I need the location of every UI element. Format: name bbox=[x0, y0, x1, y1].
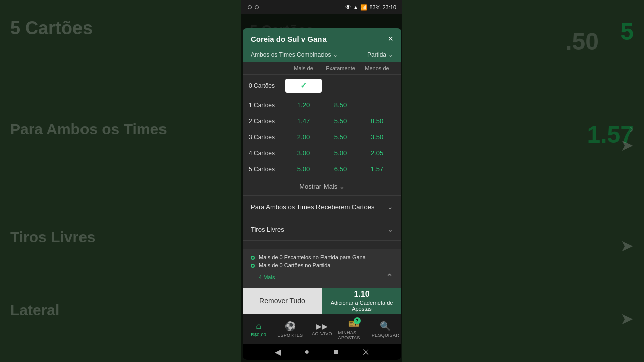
battery-text: 83% bbox=[369, 4, 380, 10]
back-button[interactable]: ◀ bbox=[275, 347, 281, 357]
table-row: 1 Cartões 1.20 8.50 - bbox=[243, 97, 401, 113]
sports-icon: ⚽ bbox=[285, 321, 296, 332]
section-tiros-livres[interactable]: Tiros Livres ⌄ bbox=[243, 218, 401, 241]
row-value-4-exatamente[interactable]: 5.00 bbox=[322, 149, 359, 157]
status-dot-1 bbox=[248, 5, 252, 9]
col-header-1: Mais de bbox=[285, 65, 322, 71]
status-dot-2 bbox=[255, 5, 259, 9]
signal-icon: 📶 bbox=[360, 4, 367, 11]
status-bar: 👁 ▲ 📶 83% 23:10 bbox=[242, 0, 403, 14]
table-section: Mais de Exatamente Menos de 0 Cartões ✓ … bbox=[243, 62, 401, 177]
bottom-nav: ⌂ R$0,00 ⚽ ESPORTES ▶▶ AO-VIVO 🎫 7 MI bbox=[243, 314, 401, 344]
collapse-icon[interactable]: ⌃ bbox=[386, 272, 393, 283]
col-header-3: Menos de bbox=[359, 65, 395, 71]
bg-text-cartoes: 5 Cartões bbox=[10, 18, 93, 39]
accessibility-button[interactable]: ⚔ bbox=[362, 347, 369, 357]
dropdown-combined[interactable]: Ambos os Times Combinados ⌄ bbox=[251, 51, 338, 58]
search-icon: 🔍 bbox=[380, 321, 391, 332]
col-header-0 bbox=[249, 65, 285, 71]
bg-val-right-2: .50 bbox=[565, 28, 599, 55]
table-row: 2 Cartões 1.47 5.50 8.50 bbox=[243, 113, 401, 129]
wifi-icon: ▲ bbox=[353, 4, 359, 10]
bg-chevron-lateral: ➤ bbox=[620, 309, 634, 328]
modal-header: Coreia do Sul v Gana × bbox=[243, 28, 401, 49]
row-value-1-maisde[interactable]: 1.20 bbox=[285, 101, 322, 109]
row-value-1-menosde: - bbox=[359, 101, 395, 109]
modal-dialog: Coreia do Sul v Gana × Ambos os Times Co… bbox=[243, 28, 401, 360]
nav-item-home[interactable]: ⌂ R$0,00 bbox=[243, 314, 274, 344]
row-label-4: 4 Cartões bbox=[249, 150, 285, 157]
nav-item-esportes[interactable]: ⚽ ESPORTES bbox=[274, 314, 306, 344]
table-row: 5 Cartões 5.00 6.50 1.57 bbox=[243, 161, 401, 177]
row-label-5: 5 Cartões bbox=[249, 166, 285, 173]
live-icon: ▶▶ bbox=[316, 322, 328, 330]
chevron-right-icon: ⌄ bbox=[387, 225, 393, 233]
modal-close-button[interactable]: × bbox=[388, 34, 393, 43]
table-row: 0 Cartões ✓ - - bbox=[243, 75, 401, 97]
row-value-4-maisde[interactable]: 3.00 bbox=[285, 149, 322, 157]
remove-all-button[interactable]: Remover Tudo bbox=[243, 288, 322, 314]
recents-button[interactable]: ■ bbox=[334, 347, 339, 356]
row-value-1-exatamente[interactable]: 8.50 bbox=[322, 101, 359, 109]
modal-body[interactable]: Mais de Exatamente Menos de 0 Cartões ✓ … bbox=[243, 62, 401, 249]
row-value-3-exatamente[interactable]: 5.50 bbox=[322, 133, 359, 141]
row-value-3-maisde[interactable]: 2.00 bbox=[285, 133, 322, 141]
section-lateral[interactable]: Lateral ⌄ bbox=[243, 241, 401, 249]
row-label-1: 1 Cartões bbox=[249, 102, 285, 109]
bg-chevron-1: › bbox=[629, 121, 634, 137]
bet-dot-1 bbox=[251, 256, 255, 260]
home-button[interactable]: ● bbox=[304, 347, 309, 356]
status-right: 👁 ▲ 📶 83% 23:10 bbox=[345, 4, 396, 11]
eye-icon: 👁 bbox=[345, 4, 351, 11]
col-header-2: Exatamente bbox=[322, 65, 359, 71]
row-value-2-maisde[interactable]: 1.47 bbox=[285, 117, 322, 125]
chevron-down-icon: ⌄ bbox=[339, 183, 345, 190]
bg-text-lateral: Lateral bbox=[10, 302, 59, 319]
bet-dot-2 bbox=[251, 264, 255, 268]
nav-item-pesquisar[interactable]: 🔍 PESQUISAR bbox=[370, 314, 401, 344]
row-value-3-menosde[interactable]: 3.50 bbox=[359, 133, 395, 141]
row-value-5-maisde[interactable]: 5.00 bbox=[285, 165, 322, 173]
bet-summary: Mais de 0 Escanteios no Partida para Gan… bbox=[243, 249, 401, 288]
bet-item-2: Mais de 0 Cartões no Partida bbox=[251, 262, 393, 268]
table-header: Mais de Exatamente Menos de bbox=[243, 62, 401, 75]
chevron-right-icon: ⌄ bbox=[387, 203, 393, 211]
bg-val-right-1: 5 bbox=[620, 18, 634, 45]
bet-item-1: Mais de 0 Escanteios no Partida para Gan… bbox=[251, 254, 393, 260]
home-bar: ◀ ● ■ ⚔ bbox=[243, 344, 401, 360]
bg-text-tiros: Tiros Livres bbox=[10, 229, 96, 246]
bet-items-list: Mais de 0 Escanteios no Partida para Gan… bbox=[251, 254, 393, 283]
bet-more-link[interactable]: 4 Mais bbox=[259, 274, 275, 280]
row-value-2-menosde[interactable]: 8.50 bbox=[359, 117, 395, 125]
dropdown-row: Ambos os Times Combinados ⌄ Partida ⌄ bbox=[243, 49, 401, 62]
table-row: 4 Cartões 3.00 5.00 2.05 bbox=[243, 145, 401, 161]
row-value-0-maisde[interactable]: ✓ bbox=[285, 79, 322, 93]
modal-title: Coreia do Sul v Gana bbox=[251, 35, 327, 43]
row-value-5-menosde[interactable]: 1.57 bbox=[359, 165, 395, 173]
row-label-0: 0 Cartões bbox=[249, 82, 285, 89]
row-value-0-menosde: - bbox=[359, 82, 395, 89]
row-label-3: 3 Cartões bbox=[249, 134, 285, 141]
bg-chevron-times: ➤ bbox=[620, 136, 634, 155]
status-left bbox=[248, 5, 259, 9]
bet-badge: 7 bbox=[354, 317, 361, 324]
row-value-4-menosde[interactable]: 2.05 bbox=[359, 149, 395, 157]
add-to-bet-button[interactable]: 1.10 Adicionar a Caderneta de Apostas bbox=[322, 288, 401, 314]
show-more-button[interactable]: Mostrar Mais ⌄ bbox=[243, 177, 401, 196]
row-value-0-exatamente: - bbox=[322, 82, 359, 89]
action-buttons: Remover Tudo 1.10 Adicionar a Caderneta … bbox=[243, 288, 401, 314]
row-value-2-exatamente[interactable]: 5.50 bbox=[322, 117, 359, 125]
checkmark-icon: ✓ bbox=[300, 81, 307, 90]
dropdown-partida[interactable]: Partida ⌄ bbox=[367, 51, 393, 58]
row-value-5-exatamente[interactable]: 6.50 bbox=[322, 165, 359, 173]
time-text: 23:10 bbox=[382, 4, 396, 10]
bg-text-times: Para Ambos os Times bbox=[10, 121, 167, 138]
bg-chevron-tiros: ➤ bbox=[620, 236, 634, 255]
row-label-2: 2 Cartões bbox=[249, 118, 285, 125]
nav-item-apostas[interactable]: 🎫 7 MINHAS APOSTAS bbox=[338, 314, 370, 344]
home-icon: ⌂ bbox=[256, 321, 261, 331]
nav-item-aovivo[interactable]: ▶▶ AO-VIVO bbox=[306, 314, 338, 344]
table-row: 3 Cartões 2.00 5.50 3.50 bbox=[243, 129, 401, 145]
section-ambos-cartoes[interactable]: Para Ambos os Times Receberem Cartões ⌄ bbox=[243, 196, 401, 218]
